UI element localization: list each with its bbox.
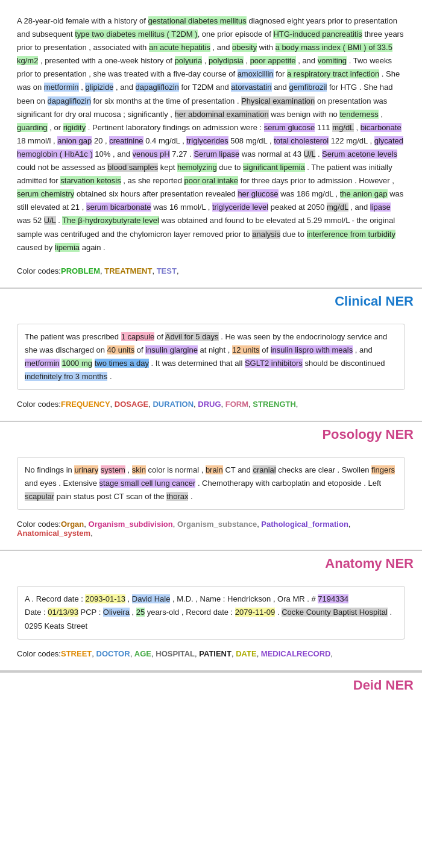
organism-substance-code: Organism_substance — [177, 520, 257, 529]
color-codes-label3: Color codes: — [17, 520, 61, 529]
frequency-code: FREQUENCY — [61, 400, 110, 409]
hl-40-units: 40 units — [107, 345, 135, 354]
hl-advil: Advil for 5 days — [165, 332, 219, 341]
hl-cranial: cranial — [253, 465, 276, 474]
duration-code: DURATION — [153, 400, 194, 409]
highlight-bicarbonate: bicarbonate — [361, 123, 402, 132]
highlight-starvation-ketosis: starvation ketosis — [60, 176, 121, 185]
deid-ner-text: A . Record date : 2093-01-13 , David Hal… — [17, 586, 405, 639]
highlight-t2dm: type two diabetes mellitus ( T2DM ) — [75, 30, 198, 39]
doctor-code: DOCTOR — [96, 649, 130, 658]
hospital-code: HOSPITAL — [156, 649, 195, 658]
age-code: AGE — [134, 649, 151, 658]
main-ner-text: A 28-year-old female with a history of g… — [17, 12, 405, 257]
highlight-blood-samples: blood samples — [107, 163, 158, 172]
hl-skin: skin — [132, 465, 146, 474]
highlight-obesity: obesity — [232, 43, 257, 52]
highlight-lipase: lipase — [370, 203, 391, 212]
hl-stage-small-cell: stage small cell lung cancer — [99, 479, 196, 488]
highlight-polydipsia: polydipsia — [209, 56, 244, 65]
main-ner-section: A 28-year-old female with a history of g… — [0, 0, 422, 289]
highlight-hemolyzing: hemolyzing — [177, 163, 217, 172]
highlight-triglyceride-level: triglyceride level — [212, 203, 268, 212]
hl-1000mg: 1000 mg — [61, 359, 92, 368]
hl-mrn: 7194334 — [318, 594, 348, 603]
highlight-mgdl: mg/dL — [332, 123, 354, 132]
anatomy-ner-title: Anatomy NER — [0, 551, 422, 574]
highlight-poor-appetite: poor appetite — [250, 56, 296, 65]
patient-code: PATIENT — [199, 649, 231, 658]
hl-age: 25 — [136, 608, 145, 617]
hl-metformin: metformin — [25, 359, 60, 368]
deid-ner-title: Deid NER — [0, 671, 422, 703]
highlight-gemfibrozil: gemfibrozil — [289, 83, 327, 92]
highlight-physical-exam: Physical examination — [241, 96, 315, 105]
highlight-abdominal-exam: her abdominal examination — [175, 110, 269, 119]
hl-thorax: thorax — [166, 492, 188, 501]
highlight-atorvastatin: atorvastatin — [231, 83, 271, 92]
highlight-beta-hydroxy: The β-hydroxybutyrate level — [62, 216, 159, 225]
highlight-anion-gap: anion gap — [57, 136, 92, 145]
deid-color-codes: Color codes:STREET, DOCTOR, AGE, HOSPITA… — [8, 646, 414, 664]
highlight-lipemia2: lipemia — [55, 243, 80, 252]
hl-scapular: scapular — [25, 492, 54, 501]
highlight-dapagliflozin2: dapagliflozin — [48, 96, 91, 105]
highlight-total-cholesterol: total cholesterol — [274, 136, 329, 145]
hl-urinary: urinary — [74, 465, 98, 474]
highlight-analysis: analysis — [252, 230, 280, 239]
treatment-code: TREATMENT — [104, 266, 152, 275]
hl-brain: brain — [206, 465, 223, 474]
hl-david-hale: David Hale — [132, 594, 171, 603]
hl-fingers: fingers — [371, 465, 395, 474]
anatomical-code: Anatomical_system — [17, 529, 90, 538]
drug-code: DRUG — [198, 400, 221, 409]
hl-date2: 01/13/93 — [48, 608, 78, 617]
highlight-serum-lipase: Serum lipase — [194, 149, 239, 159]
highlight-creatinine: creatinine — [109, 136, 143, 145]
highlight-venous-ph: venous pH — [133, 149, 170, 159]
hl-12-units: 12 units — [232, 345, 260, 354]
highlight-rigidity: rigidity — [63, 123, 86, 132]
hl-sglt2: SGLT2 inhibitors — [245, 359, 303, 368]
hl-1-capsule: 1 capsule — [121, 332, 155, 341]
test-code: TEST — [157, 266, 177, 275]
strength-code: STRENGTH — [253, 400, 296, 409]
anatomy-color-codes: Color codes:Organ, Organism_subdivision,… — [8, 516, 414, 544]
main-color-codes: Color codes:PROBLEM, TREATMENT, TEST, — [8, 263, 414, 281]
deid-ner-section: A . Record date : 2093-01-13 , David Hal… — [0, 574, 422, 671]
anatomy-ner-text: No findings in urinary system , skin col… — [17, 457, 405, 510]
form-code: FORM — [225, 400, 248, 409]
hl-insulin-lispro: insulin lispro with meals — [271, 345, 353, 354]
highlight-vomiting: vomiting — [318, 56, 347, 65]
hl-system: system — [101, 465, 125, 474]
dosage-code: DOSAGE — [115, 400, 148, 409]
highlight-metformin: metformin — [44, 83, 79, 92]
highlight-ul: U/L — [304, 149, 316, 159]
date-code: DATE — [236, 649, 256, 658]
posology-color-codes: Color codes:FREQUENCY, DOSAGE, DURATION,… — [8, 396, 414, 415]
highlight-gestational-diabetes: gestational diabetes mellitus — [148, 16, 247, 25]
highlight-ul2: U/L — [44, 216, 56, 225]
highlight-anion-gap2: the anion gap — [340, 189, 388, 198]
highlight-mgdl2: mg/dL — [327, 203, 348, 212]
anatomy-ner-section: No findings in urinary system , skin col… — [0, 445, 422, 551]
hl-two-times: two times a day — [95, 359, 149, 368]
clinical-ner-section: The patient was prescribed 1 capsule of … — [0, 312, 422, 422]
highlight-guarding: guarding — [17, 123, 48, 132]
color-codes-label: Color codes: — [17, 266, 61, 275]
color-codes-label4: Color codes: — [17, 649, 61, 658]
highlight-dapagliflozin: dapagliflozin — [136, 83, 179, 92]
highlight-tenderness: tenderness — [339, 110, 378, 119]
highlight-poor-oral-intake: poor oral intake — [184, 176, 238, 185]
highlight-interference: interference from turbidity — [307, 230, 395, 239]
highlight-serum-chemistry: serum chemistry — [17, 189, 74, 198]
highlight-serum-acetone: Serum acetone levels — [322, 149, 397, 159]
problem-code: PROBLEM — [61, 266, 100, 275]
pathological-code: Pathological_formation — [261, 520, 348, 529]
highlight-her-glucose: her glucose — [238, 189, 278, 198]
hl-insulin-glargine: insulin glargine — [145, 345, 198, 354]
highlight-serum-bicarb: serum bicarbonate — [86, 203, 151, 212]
hl-indefinitely: indefinitely fro 3 months — [25, 372, 107, 381]
hl-cocke-county: Cocke County Baptist Hospital — [282, 608, 388, 617]
medicalrecord-code: MEDICALRECORD — [261, 649, 331, 658]
